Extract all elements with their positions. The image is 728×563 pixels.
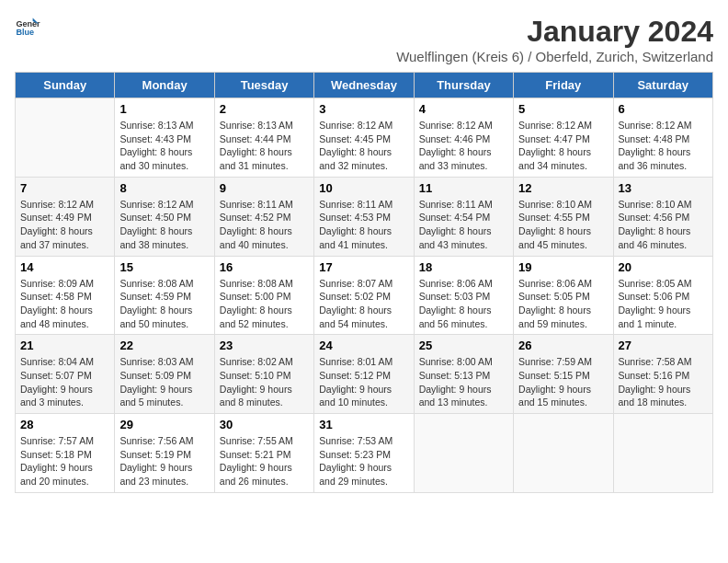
header-row: SundayMondayTuesdayWednesdayThursdayFrid…: [16, 73, 713, 98]
day-info: Sunrise: 8:10 AMSunset: 4:55 PMDaylight:…: [518, 198, 608, 252]
header-tuesday: Tuesday: [214, 73, 313, 98]
calendar-cell: 8Sunrise: 8:12 AMSunset: 4:50 PMDaylight…: [115, 177, 214, 256]
header-monday: Monday: [115, 73, 214, 98]
calendar-cell: 15Sunrise: 8:08 AMSunset: 4:59 PMDayligh…: [115, 256, 214, 335]
day-info: Sunrise: 8:12 AMSunset: 4:46 PMDaylight:…: [419, 119, 508, 173]
calendar-cell: [613, 414, 712, 493]
day-info: Sunrise: 8:08 AMSunset: 5:00 PMDaylight:…: [220, 277, 309, 331]
calendar-cell: 22Sunrise: 8:03 AMSunset: 5:09 PMDayligh…: [115, 335, 214, 414]
day-info: Sunrise: 8:12 AMSunset: 4:49 PMDaylight:…: [20, 198, 109, 252]
day-info: Sunrise: 7:57 AMSunset: 5:18 PMDaylight:…: [20, 434, 109, 488]
calendar-cell: 30Sunrise: 7:55 AMSunset: 5:21 PMDayligh…: [214, 414, 313, 493]
main-title: January 2024: [396, 15, 713, 49]
day-number: 13: [619, 181, 708, 195]
calendar-cell: 28Sunrise: 7:57 AMSunset: 5:18 PMDayligh…: [16, 414, 115, 493]
calendar-cell: 13Sunrise: 8:10 AMSunset: 4:56 PMDayligh…: [613, 177, 712, 256]
day-number: 1: [119, 102, 209, 116]
day-info: Sunrise: 8:06 AMSunset: 5:05 PMDaylight:…: [518, 277, 608, 331]
calendar-cell: 23Sunrise: 8:02 AMSunset: 5:10 PMDayligh…: [214, 335, 313, 414]
day-info: Sunrise: 8:04 AMSunset: 5:07 PMDaylight:…: [20, 355, 109, 409]
day-number: 21: [20, 339, 109, 352]
day-info: Sunrise: 8:00 AMSunset: 5:13 PMDaylight:…: [419, 355, 508, 409]
day-number: 31: [319, 418, 408, 431]
calendar-table: SundayMondayTuesdayWednesdayThursdayFrid…: [15, 72, 713, 493]
calendar-cell: [514, 414, 613, 493]
day-number: 23: [220, 339, 309, 352]
day-info: Sunrise: 7:56 AMSunset: 5:19 PMDaylight:…: [119, 434, 209, 488]
day-number: 14: [20, 260, 109, 274]
calendar-cell: 25Sunrise: 8:00 AMSunset: 5:13 PMDayligh…: [414, 335, 513, 414]
day-info: Sunrise: 8:11 AMSunset: 4:54 PMDaylight:…: [419, 198, 508, 252]
calendar-cell: 27Sunrise: 7:58 AMSunset: 5:16 PMDayligh…: [613, 335, 712, 414]
header-sunday: Sunday: [16, 73, 115, 98]
calendar-cell: 12Sunrise: 8:10 AMSunset: 4:55 PMDayligh…: [514, 177, 613, 256]
header-wednesday: Wednesday: [314, 73, 414, 98]
day-number: 8: [119, 181, 209, 195]
day-number: 27: [619, 339, 708, 352]
day-info: Sunrise: 8:12 AMSunset: 4:45 PMDaylight:…: [319, 119, 408, 173]
calendar-header: SundayMondayTuesdayWednesdayThursdayFrid…: [16, 73, 713, 98]
calendar-cell: 21Sunrise: 8:04 AMSunset: 5:07 PMDayligh…: [16, 335, 115, 414]
week-row-2: 14Sunrise: 8:09 AMSunset: 4:58 PMDayligh…: [16, 256, 713, 335]
day-info: Sunrise: 8:12 AMSunset: 4:48 PMDaylight:…: [619, 119, 708, 173]
day-info: Sunrise: 8:11 AMSunset: 4:52 PMDaylight:…: [220, 198, 309, 252]
logo-icon: General Blue: [15, 15, 40, 40]
calendar-cell: 24Sunrise: 8:01 AMSunset: 5:12 PMDayligh…: [314, 335, 414, 414]
week-row-1: 7Sunrise: 8:12 AMSunset: 4:49 PMDaylight…: [16, 177, 713, 256]
day-number: 2: [220, 102, 309, 116]
day-number: 18: [419, 260, 508, 274]
logo: General Blue: [15, 15, 40, 40]
calendar-cell: 9Sunrise: 8:11 AMSunset: 4:52 PMDaylight…: [214, 177, 313, 256]
day-info: Sunrise: 8:01 AMSunset: 5:12 PMDaylight:…: [319, 355, 408, 409]
calendar-cell: [16, 98, 115, 178]
week-row-4: 28Sunrise: 7:57 AMSunset: 5:18 PMDayligh…: [16, 414, 713, 493]
day-info: Sunrise: 8:13 AMSunset: 4:44 PMDaylight:…: [220, 119, 309, 173]
day-info: Sunrise: 7:58 AMSunset: 5:16 PMDaylight:…: [619, 355, 708, 409]
day-info: Sunrise: 8:02 AMSunset: 5:10 PMDaylight:…: [220, 355, 309, 409]
day-info: Sunrise: 8:09 AMSunset: 4:58 PMDaylight:…: [20, 277, 109, 331]
calendar-body: 1Sunrise: 8:13 AMSunset: 4:43 PMDaylight…: [16, 98, 713, 493]
header-friday: Friday: [514, 73, 613, 98]
day-info: Sunrise: 7:55 AMSunset: 5:21 PMDaylight:…: [220, 434, 309, 488]
day-number: 10: [319, 181, 408, 195]
day-number: 30: [220, 418, 309, 431]
day-info: Sunrise: 7:53 AMSunset: 5:23 PMDaylight:…: [319, 434, 408, 488]
day-number: 17: [319, 260, 408, 274]
day-number: 25: [419, 339, 508, 352]
day-number: 11: [419, 181, 508, 195]
svg-text:Blue: Blue: [16, 28, 34, 37]
day-number: 9: [220, 181, 309, 195]
day-info: Sunrise: 8:07 AMSunset: 5:02 PMDaylight:…: [319, 277, 408, 331]
day-info: Sunrise: 8:13 AMSunset: 4:43 PMDaylight:…: [119, 119, 209, 173]
title-section: January 2024 Wuelflingen (Kreis 6) / Obe…: [396, 15, 713, 64]
calendar-cell: [414, 414, 513, 493]
header-thursday: Thursday: [414, 73, 513, 98]
calendar-cell: 20Sunrise: 8:05 AMSunset: 5:06 PMDayligh…: [613, 256, 712, 335]
week-row-0: 1Sunrise: 8:13 AMSunset: 4:43 PMDaylight…: [16, 98, 713, 178]
day-info: Sunrise: 8:12 AMSunset: 4:50 PMDaylight:…: [119, 198, 209, 252]
calendar-cell: 3Sunrise: 8:12 AMSunset: 4:45 PMDaylight…: [314, 98, 414, 178]
day-number: 3: [319, 102, 408, 116]
day-number: 16: [220, 260, 309, 274]
calendar-cell: 7Sunrise: 8:12 AMSunset: 4:49 PMDaylight…: [16, 177, 115, 256]
calendar-cell: 31Sunrise: 7:53 AMSunset: 5:23 PMDayligh…: [314, 414, 414, 493]
day-number: 24: [319, 339, 408, 352]
day-number: 5: [518, 102, 608, 116]
calendar-cell: 16Sunrise: 8:08 AMSunset: 5:00 PMDayligh…: [214, 256, 313, 335]
day-info: Sunrise: 8:05 AMSunset: 5:06 PMDaylight:…: [619, 277, 708, 331]
day-number: 4: [419, 102, 508, 116]
day-number: 28: [20, 418, 109, 431]
day-number: 12: [518, 181, 608, 195]
day-info: Sunrise: 8:03 AMSunset: 5:09 PMDaylight:…: [119, 355, 209, 409]
calendar-cell: 2Sunrise: 8:13 AMSunset: 4:44 PMDaylight…: [214, 98, 313, 178]
page-header: General Blue January 2024 Wuelflingen (K…: [15, 15, 713, 64]
calendar-cell: 26Sunrise: 7:59 AMSunset: 5:15 PMDayligh…: [514, 335, 613, 414]
day-number: 19: [518, 260, 608, 274]
day-info: Sunrise: 7:59 AMSunset: 5:15 PMDaylight:…: [518, 355, 608, 409]
calendar-cell: 29Sunrise: 7:56 AMSunset: 5:19 PMDayligh…: [115, 414, 214, 493]
svg-text:General: General: [16, 19, 40, 29]
day-number: 29: [119, 418, 209, 431]
calendar-cell: 14Sunrise: 8:09 AMSunset: 4:58 PMDayligh…: [16, 256, 115, 335]
day-info: Sunrise: 8:10 AMSunset: 4:56 PMDaylight:…: [619, 198, 708, 252]
calendar-cell: 4Sunrise: 8:12 AMSunset: 4:46 PMDaylight…: [414, 98, 513, 178]
